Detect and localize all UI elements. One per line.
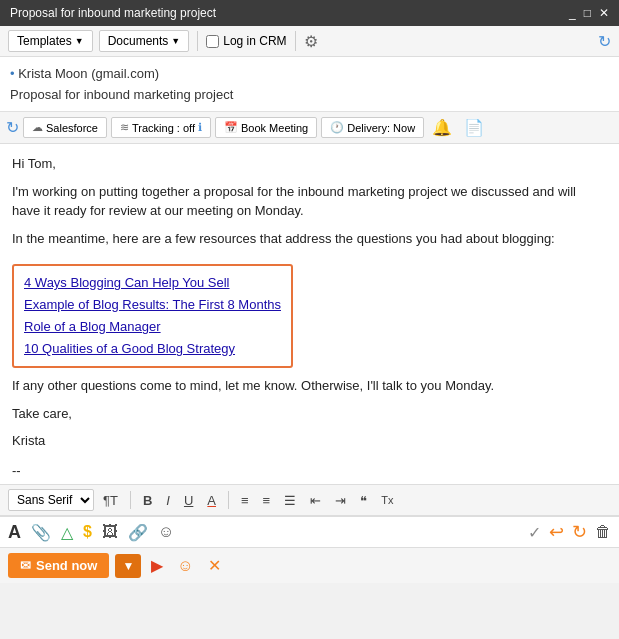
delivery-label: Delivery: Now bbox=[347, 122, 415, 134]
email-to-field: • Krista Moon (gmail.com) bbox=[10, 63, 609, 84]
documents-arrow-icon: ▼ bbox=[171, 36, 180, 46]
email-signature: -- KRISTA MOON Moon Marketing Sales & Ma… bbox=[12, 461, 607, 484]
italic-button[interactable]: I bbox=[161, 491, 175, 510]
book-meeting-button[interactable]: 📅 Book Meeting bbox=[215, 117, 317, 138]
emoji-bottom-icon[interactable]: ☺ bbox=[173, 555, 197, 577]
align-button[interactable]: ≡ bbox=[236, 491, 254, 510]
email-subject-field: Proposal for inbound marketing project bbox=[10, 84, 609, 105]
unordered-list-button[interactable]: ☰ bbox=[279, 491, 301, 510]
ordered-list-button[interactable]: ≡ bbox=[258, 491, 276, 510]
login-crm-label: Log in CRM bbox=[223, 34, 286, 48]
login-crm-input[interactable] bbox=[206, 35, 219, 48]
tracking-icon: ≋ bbox=[120, 121, 129, 134]
email-para3: If any other questions come to mind, let… bbox=[12, 376, 607, 396]
documents-button[interactable]: Documents ▼ bbox=[99, 30, 190, 52]
email-meta: • Krista Moon (gmail.com) Proposal for i… bbox=[0, 57, 619, 112]
title-bar: Proposal for inbound marketing project _… bbox=[0, 0, 619, 26]
settings-gear-icon[interactable]: ⚙ bbox=[304, 32, 318, 51]
book-meeting-label: Book Meeting bbox=[241, 122, 308, 134]
indent-right-button[interactable]: ⇥ bbox=[330, 491, 351, 510]
format-sep-2 bbox=[228, 491, 229, 509]
send-now-button[interactable]: ✉ Send now bbox=[8, 553, 109, 578]
link-icon[interactable]: 🔗 bbox=[128, 523, 148, 542]
drive-icon[interactable]: △ bbox=[61, 523, 73, 542]
font-family-select[interactable]: Sans Serif bbox=[8, 489, 94, 511]
email-to-value: Krista Moon (gmail.com) bbox=[18, 66, 159, 81]
clock-icon: 🕐 bbox=[330, 121, 344, 134]
cancel-button[interactable]: ✕ bbox=[204, 554, 225, 577]
trash-icon[interactable]: 🗑 bbox=[595, 523, 611, 541]
redo-icon[interactable]: ↻ bbox=[572, 521, 587, 543]
email-closing2: Krista bbox=[12, 431, 607, 451]
bell-icon[interactable]: 🔔 bbox=[428, 116, 456, 139]
font-size-button[interactable]: ¶T bbox=[98, 491, 123, 510]
maximize-button[interactable]: □ bbox=[584, 6, 591, 20]
delivery-button[interactable]: 🕐 Delivery: Now bbox=[321, 117, 424, 138]
tracking-button[interactable]: ≋ Tracking : off ℹ bbox=[111, 117, 211, 138]
email-closing1: Take care, bbox=[12, 404, 607, 424]
document-icon[interactable]: 📄 bbox=[460, 116, 488, 139]
format-sep-1 bbox=[130, 491, 131, 509]
tracking-label: Tracking : off bbox=[132, 122, 195, 134]
refresh-icon[interactable]: ↻ bbox=[598, 32, 611, 51]
link-3[interactable]: Role of a Blog Manager bbox=[24, 316, 281, 338]
salesforce-button[interactable]: ☁ Salesforce bbox=[23, 117, 107, 138]
send-label: Send now bbox=[36, 558, 97, 573]
attach-icon[interactable]: 📎 bbox=[31, 523, 51, 542]
templates-button[interactable]: Templates ▼ bbox=[8, 30, 93, 52]
salesforce-icon: ☁ bbox=[32, 121, 43, 134]
bottom-right-controls: ✓ ↩ ↻ 🗑 bbox=[528, 521, 611, 543]
sig-sep: -- bbox=[12, 461, 607, 481]
toolbar-sep-1 bbox=[197, 31, 198, 51]
undo-icon[interactable]: ↩ bbox=[549, 521, 564, 543]
links-box: 4 Ways Blogging Can Help You Sell Exampl… bbox=[12, 264, 293, 368]
bold-button[interactable]: B bbox=[138, 491, 157, 510]
window-controls: _ □ ✕ bbox=[569, 6, 609, 20]
send-dropdown-button[interactable]: ▼ bbox=[115, 554, 141, 578]
toolbar-sep-2 bbox=[295, 31, 296, 51]
email-para1: I'm working on putting together a propos… bbox=[12, 182, 607, 221]
bottom-bar: ✉ Send now ▼ ▶ ☺ ✕ bbox=[0, 547, 619, 583]
blockquote-button[interactable]: ❝ bbox=[355, 491, 372, 510]
clear-format-button[interactable]: Tx bbox=[376, 492, 398, 508]
login-crm-checkbox[interactable]: Log in CRM bbox=[206, 34, 286, 48]
main-toolbar: Templates ▼ Documents ▼ Log in CRM ⚙ ↻ bbox=[0, 26, 619, 57]
minimize-button[interactable]: _ bbox=[569, 6, 576, 20]
close-button[interactable]: ✕ bbox=[599, 6, 609, 20]
calendar-icon: 📅 bbox=[224, 121, 238, 134]
email-subject-value: Proposal for inbound marketing project bbox=[10, 87, 233, 102]
insert-bar: A 📎 △ $ 🖼 🔗 ☺ ✓ ↩ ↻ 🗑 bbox=[0, 516, 619, 547]
link-2[interactable]: Example of Blog Results: The First 8 Mon… bbox=[24, 294, 281, 316]
sync-button[interactable]: ↻ bbox=[6, 118, 19, 137]
schedule-button[interactable]: ▶ bbox=[147, 554, 167, 577]
dollar-icon[interactable]: $ bbox=[83, 523, 92, 541]
documents-label: Documents bbox=[108, 34, 169, 48]
email-para2: In the meantime, here are a few resource… bbox=[12, 229, 607, 249]
text-insert-icon[interactable]: A bbox=[8, 522, 21, 543]
check-mark-icon: ✓ bbox=[528, 523, 541, 542]
emoji-icon[interactable]: ☺ bbox=[158, 523, 174, 541]
email-body: Hi Tom, I'm working on putting together … bbox=[0, 144, 619, 484]
to-bullet: • bbox=[10, 66, 15, 81]
email-greeting: Hi Tom, bbox=[12, 154, 607, 174]
underline-button[interactable]: U bbox=[179, 491, 198, 510]
templates-arrow-icon: ▼ bbox=[75, 36, 84, 46]
action-bar: ↻ ☁ Salesforce ≋ Tracking : off ℹ 📅 Book… bbox=[0, 112, 619, 144]
indent-left-button[interactable]: ⇤ bbox=[305, 491, 326, 510]
font-color-button[interactable]: A bbox=[202, 491, 221, 510]
link-1[interactable]: 4 Ways Blogging Can Help You Sell bbox=[24, 272, 281, 294]
send-icon: ✉ bbox=[20, 558, 31, 573]
link-4[interactable]: 10 Qualities of a Good Blog Strategy bbox=[24, 338, 281, 360]
templates-label: Templates bbox=[17, 34, 72, 48]
salesforce-label: Salesforce bbox=[46, 122, 98, 134]
image-icon[interactable]: 🖼 bbox=[102, 523, 118, 541]
format-toolbar: Sans Serif ¶T B I U A ≡ ≡ ☰ ⇤ ⇥ ❝ Tx bbox=[0, 484, 619, 516]
tracking-info-icon: ℹ bbox=[198, 121, 202, 134]
window-title: Proposal for inbound marketing project bbox=[10, 6, 216, 20]
